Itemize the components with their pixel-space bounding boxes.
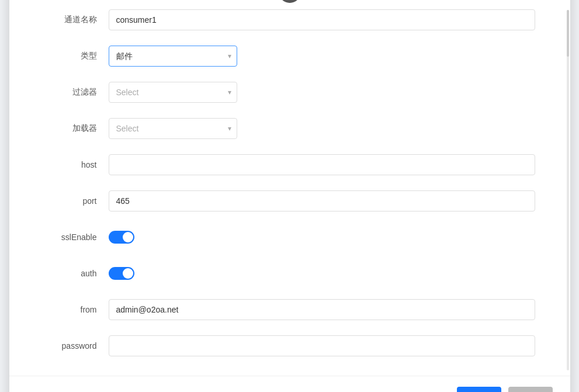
password-label: password [44, 341, 109, 351]
type-select[interactable]: 邮件 短信 微信 [109, 46, 237, 67]
ssl-control [109, 231, 535, 244]
loader-row: 加载器 Select ▾ [44, 117, 535, 140]
from-label: from [44, 305, 109, 314]
loader-control: Select ▾ [109, 118, 535, 139]
ssl-row: sslEnable [44, 226, 535, 249]
channel-name-row: 通道名称 [44, 8, 535, 32]
filter-select-wrapper: Select ▾ [109, 82, 237, 103]
port-input[interactable] [109, 190, 535, 211]
filter-control: Select ▾ [109, 82, 535, 103]
cancel-button[interactable]: 取消 [508, 387, 553, 392]
scrollbar[interactable] [567, 10, 569, 370]
confirm-button[interactable]: 确定 [457, 387, 501, 392]
loader-select[interactable]: Select [109, 118, 237, 139]
auth-control [109, 267, 535, 280]
channel-name-control [109, 9, 535, 30]
channel-name-input[interactable] [109, 9, 535, 30]
host-input[interactable] [109, 154, 535, 175]
type-row: 类型 邮件 短信 微信 ▾ [44, 44, 535, 68]
scrollbar-thumb [567, 10, 569, 57]
filter-row: 过滤器 Select ▾ [44, 81, 535, 104]
from-row: from [44, 298, 535, 321]
dialog-footer: 确定 取消 [9, 376, 570, 392]
channel-name-label: 通道名称 [44, 15, 109, 25]
port-row: port [44, 189, 535, 213]
password-control [109, 335, 535, 356]
filter-select[interactable]: Select [109, 82, 237, 103]
loader-label: 加载器 [44, 123, 109, 134]
dialog-body: 通道名称 类型 邮件 短信 微信 ▾ 过滤器 [9, 2, 570, 358]
dialog-header: 编辑消息通道 ↻ ✕ [9, 0, 570, 2]
edit-dialog: 编辑消息通道 ↻ ✕ 通道名称 类型 邮件 短信 微信 [9, 0, 570, 392]
password-row: password [44, 334, 535, 358]
from-control [109, 299, 535, 320]
host-control [109, 154, 535, 175]
auth-toggle[interactable] [109, 267, 134, 280]
type-control: 邮件 短信 微信 ▾ [109, 46, 535, 67]
port-label: port [44, 196, 109, 206]
filter-label: 过滤器 [44, 87, 109, 98]
password-input[interactable] [109, 335, 535, 356]
auth-label: auth [44, 269, 109, 278]
port-control [109, 190, 535, 211]
auth-row: auth [44, 262, 535, 285]
host-row: host [44, 153, 535, 176]
ssl-toggle[interactable] [109, 231, 134, 244]
auth-slider [109, 267, 134, 280]
loader-select-wrapper: Select ▾ [109, 118, 237, 139]
host-label: host [44, 160, 109, 169]
from-input[interactable] [109, 299, 535, 320]
type-label: 类型 [44, 51, 109, 61]
ssl-slider [109, 231, 134, 244]
ssl-label: sslEnable [44, 233, 109, 242]
type-select-wrapper: 邮件 短信 微信 ▾ [109, 46, 237, 67]
